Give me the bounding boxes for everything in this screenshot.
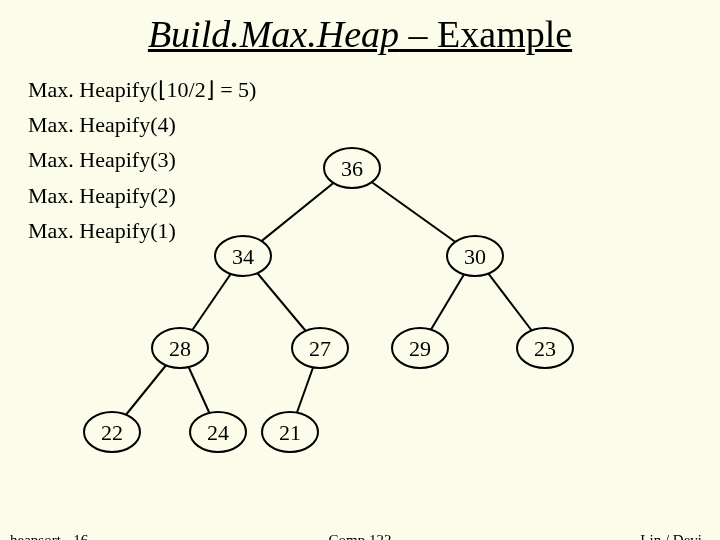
node-label: 30 (464, 244, 486, 269)
node-label: 27 (309, 336, 331, 361)
tree-node: 23 (517, 328, 573, 368)
node-label: 34 (232, 244, 254, 269)
tree-node: 34 (215, 236, 271, 276)
tree-node: 36 (324, 148, 380, 188)
node-label: 28 (169, 336, 191, 361)
tree-node: 30 (447, 236, 503, 276)
tree-node: 28 (152, 328, 208, 368)
tree-node: 22 (84, 412, 140, 452)
node-label: 29 (409, 336, 431, 361)
heap-tree: 36 34 30 28 27 29 23 22 24 21 (0, 0, 720, 540)
node-label: 24 (207, 420, 229, 445)
node-label: 22 (101, 420, 123, 445)
tree-node: 29 (392, 328, 448, 368)
footer-center: Comp 122 (0, 532, 720, 540)
node-label: 36 (341, 156, 363, 181)
tree-node: 27 (292, 328, 348, 368)
footer-right: Lin / Devi (640, 532, 702, 540)
tree-node: 24 (190, 412, 246, 452)
node-label: 23 (534, 336, 556, 361)
node-label: 21 (279, 420, 301, 445)
tree-node: 21 (262, 412, 318, 452)
